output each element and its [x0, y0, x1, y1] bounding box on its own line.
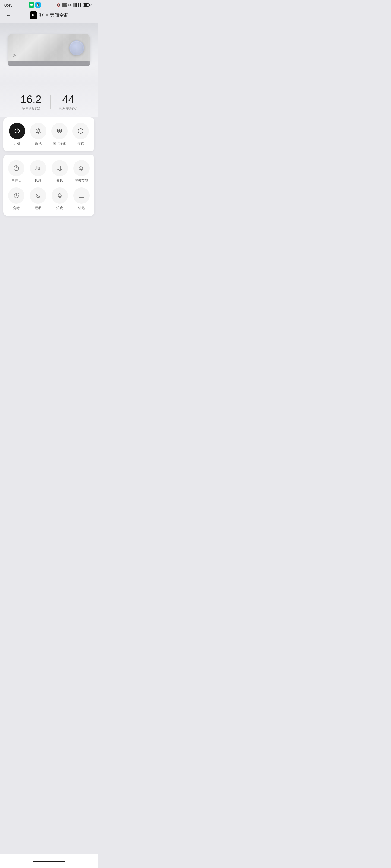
mode-icon-wrap: [73, 123, 89, 139]
aux-heat-icon: [78, 192, 85, 199]
power-icon: [13, 127, 21, 135]
power-icon-wrap: [9, 123, 25, 139]
wind-sense-label: 风感: [35, 179, 41, 183]
user-name: 张: [39, 12, 44, 19]
cloud-save-icon-wrap: [73, 160, 90, 176]
svg-point-0: [37, 130, 39, 132]
more-icon: ⋮: [87, 12, 92, 18]
humidity-value: 44: [59, 93, 77, 105]
ac-unit: ⊙: [8, 34, 90, 66]
power-label: 开机: [14, 141, 20, 146]
secondary-controls-grid: 喜好 ▲ 风感: [8, 160, 90, 211]
mode-control[interactable]: 模式: [71, 123, 90, 146]
ac-knob: [69, 40, 84, 55]
app-notification-icons: 🐧: [29, 2, 41, 8]
aux-heat-icon-wrap: [73, 187, 90, 204]
ion-purify-icon-wrap: [51, 123, 67, 139]
stats-area: 16.2 室内温度(℃) 44 相对湿度(%): [0, 83, 98, 118]
temperature-label: 室内温度(℃): [20, 106, 41, 111]
sleep-label: 睡眠: [35, 206, 41, 211]
sleep-control[interactable]: 睡眠: [29, 187, 47, 211]
header-separator: [46, 14, 48, 16]
sleep-icon: [34, 192, 42, 199]
wechat-icon: [29, 2, 34, 8]
primary-controls-card: 开机 新风: [3, 118, 94, 151]
battery-icon: [83, 3, 89, 6]
primary-controls-grid: 开机 新风: [8, 123, 90, 146]
battery-level: 70: [90, 3, 93, 6]
status-icons: 🔇 HD 5G ▌▌▌▌ 70: [57, 3, 93, 7]
fresh-air-control[interactable]: 新风: [29, 123, 48, 146]
aux-heat-control[interactable]: 辅热: [73, 187, 90, 211]
wind-sense-icon: [34, 164, 42, 172]
ion-purify-label: 离子净化: [53, 141, 66, 146]
humidity-icon-wrap: [52, 187, 68, 204]
sleep-icon-wrap: [30, 187, 46, 204]
wind-sense-control[interactable]: 风感: [29, 160, 47, 183]
back-button[interactable]: ←: [4, 11, 13, 20]
status-time: 8:43: [4, 3, 12, 7]
ac-bottom: [8, 61, 90, 66]
timer-icon: [12, 192, 20, 199]
power-control[interactable]: 开机: [8, 123, 27, 146]
secondary-controls-card: 喜好 ▲ 风感: [3, 155, 94, 216]
device-avatar: M: [30, 11, 37, 19]
ac-logo-icon: ⊙: [12, 53, 16, 58]
network-icon: 5G: [68, 3, 73, 6]
hd-badge: HD: [62, 3, 67, 7]
status-bar: 8:43 🐧 🔇 HD 5G ▌▌▌▌ 70: [0, 0, 98, 9]
cloud-save-control[interactable]: 灵云节能: [73, 160, 90, 183]
ion-purify-control[interactable]: 离子净化: [50, 123, 69, 146]
mode-label: 模式: [77, 141, 84, 146]
preference-icon-wrap: [8, 160, 24, 176]
ac-body: ⊙: [8, 34, 90, 61]
header: ← M 张 旁间空调 ⋮: [0, 9, 98, 23]
humidity-icon: [56, 192, 63, 199]
sweep-label: 扫风: [56, 179, 63, 183]
humidity-label: 相对湿度(%): [59, 106, 77, 111]
fresh-air-icon: [34, 127, 42, 135]
sweep-icon: [56, 164, 63, 172]
svg-point-3: [60, 130, 62, 131]
fresh-air-icon-wrap: [30, 123, 47, 139]
wind-sense-icon-wrap: [30, 160, 46, 176]
ac-image-area: ⊙: [0, 23, 98, 83]
preference-sublabel: ▲: [19, 179, 21, 182]
mute-icon: 🔇: [57, 3, 60, 7]
preference-control[interactable]: 喜好 ▲: [8, 160, 25, 183]
device-name: 旁间空调: [50, 12, 68, 19]
preference-label: 喜好: [11, 179, 18, 183]
temperature-stat: 16.2 室内温度(℃): [12, 93, 50, 111]
signal-icon: ▌▌▌▌: [74, 3, 82, 6]
header-title: M 张 旁间空调: [30, 11, 68, 19]
fresh-air-label: 新风: [35, 141, 41, 146]
humidity-label: 湿度: [56, 206, 63, 211]
timer-label: 定时: [13, 206, 20, 211]
sweep-icon-wrap: [52, 160, 68, 176]
svg-point-1: [57, 130, 58, 131]
qq-icon: 🐧: [35, 2, 41, 8]
timer-control[interactable]: 定时: [8, 187, 25, 211]
humidity-control[interactable]: 湿度: [51, 187, 68, 211]
aux-heat-label: 辅热: [78, 206, 85, 211]
humidity-stat: 44 相对湿度(%): [51, 93, 86, 111]
cloud-save-label: 灵云节能: [75, 179, 88, 183]
cloud-save-icon: [78, 164, 85, 172]
back-arrow-icon: ←: [6, 12, 11, 19]
sweep-control[interactable]: 扫风: [51, 160, 68, 183]
svg-point-2: [59, 130, 60, 131]
preference-icon: [12, 164, 20, 172]
more-button[interactable]: ⋮: [85, 11, 93, 20]
temperature-value: 16.2: [20, 93, 41, 105]
avatar-label: M: [32, 14, 34, 17]
mode-icon: [77, 127, 84, 135]
timer-icon-wrap: [8, 187, 24, 204]
ion-purify-icon: [56, 127, 63, 135]
